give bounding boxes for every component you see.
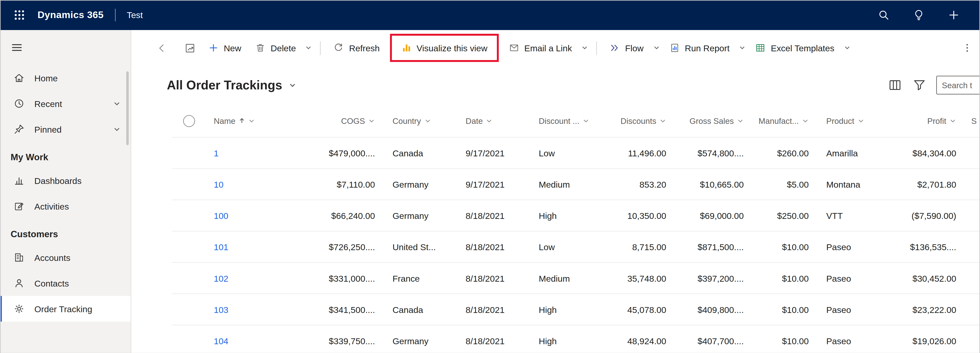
app-launcher-icon[interactable] xyxy=(9,5,30,26)
row-select-cell[interactable] xyxy=(172,326,206,353)
grid-cell: $409,800.... xyxy=(674,294,751,325)
sidebar-item-home[interactable]: Home xyxy=(0,65,130,91)
row-select-cell[interactable] xyxy=(172,200,206,231)
excel-icon xyxy=(755,43,766,53)
sidebar-item-contacts[interactable]: Contacts xyxy=(0,270,130,296)
chevron-down-icon[interactable] xyxy=(288,81,296,89)
excel-templates-button[interactable]: Excel Templates xyxy=(748,39,842,57)
column-header-profit[interactable]: Profit xyxy=(889,105,964,137)
row-select-cell[interactable] xyxy=(172,294,206,325)
pinned-icon xyxy=(13,123,25,135)
email-icon xyxy=(509,43,520,53)
column-header-discounts[interactable]: Discounts xyxy=(602,105,674,137)
app-name[interactable]: Test xyxy=(127,10,143,20)
overflow-icon[interactable] xyxy=(958,39,976,57)
visualize-highlight-wrap: Visualize this view xyxy=(394,39,495,57)
row-select-cell[interactable] xyxy=(172,232,206,262)
column-header-label: Gross Sales xyxy=(690,116,734,125)
column-header-country[interactable]: Country xyxy=(382,105,458,137)
grid-cell xyxy=(964,169,980,200)
sidebar-item-label: Order Tracking xyxy=(34,303,92,314)
run-report-button[interactable]: Run Report xyxy=(662,39,737,57)
delete-button[interactable]: Delete xyxy=(248,39,303,57)
sidebar-item-dashboards[interactable]: Dashboards xyxy=(0,168,130,193)
table-row[interactable]: 1$479,000....Canada9/17/2021Low11,496.00… xyxy=(172,137,980,169)
hamburger-icon[interactable] xyxy=(0,30,23,65)
chevron-down-icon[interactable] xyxy=(113,126,121,133)
table-row[interactable]: 103$341,500....Canada8/18/2021High45,078… xyxy=(172,294,980,326)
record-link-cell[interactable]: 101 xyxy=(206,232,291,262)
chevron-down-icon[interactable] xyxy=(303,40,315,55)
chevron-down-icon[interactable] xyxy=(579,40,591,55)
grid-cell: $10.00 xyxy=(751,232,816,262)
chevron-down-icon[interactable] xyxy=(113,100,121,107)
sidebar-item-accounts[interactable]: Accounts xyxy=(0,244,130,270)
record-link-cell[interactable]: 1 xyxy=(206,137,291,168)
sidebar-item-order-tracking[interactable]: Order Tracking xyxy=(0,296,130,321)
record-link-cell[interactable]: 100 xyxy=(206,200,291,231)
sidebar-item-recent[interactable]: Recent xyxy=(0,91,130,116)
sidebar-item-activities[interactable]: Activities xyxy=(0,193,130,219)
new-button[interactable]: New xyxy=(201,39,248,57)
chevron-down-icon[interactable] xyxy=(841,40,853,55)
table-row[interactable]: 10$7,110.00Germany9/17/2021Medium853.20$… xyxy=(172,169,980,200)
main-content: New Delete Refresh xyxy=(131,30,980,353)
refresh-icon xyxy=(333,43,344,53)
sidebar-item-pinned[interactable]: Pinned xyxy=(0,116,130,142)
column-header-s[interactable]: S xyxy=(964,105,980,137)
grid-cell: 10,350.00 xyxy=(602,200,674,231)
column-header-product[interactable]: Product xyxy=(816,105,889,137)
grid-header-row: NameCOGSCountryDateDiscount ...Discounts… xyxy=(172,105,980,138)
brand-title[interactable]: Dynamics 365 xyxy=(38,9,104,21)
grid-cell: $10.00 xyxy=(751,263,816,294)
column-header-cogs[interactable]: COGS xyxy=(291,105,383,137)
record-link-cell[interactable]: 104 xyxy=(206,326,291,353)
search-input[interactable] xyxy=(936,76,980,94)
delete-button-label: Delete xyxy=(270,43,296,53)
filter-icon[interactable] xyxy=(912,78,927,93)
record-link-cell[interactable]: 10 xyxy=(206,169,291,200)
grid-cell: Low xyxy=(531,232,602,262)
row-select-cell[interactable] xyxy=(172,137,206,168)
visualize-button-label: Visualize this view xyxy=(417,43,487,53)
select-all-cell xyxy=(172,105,206,137)
lightbulb-icon[interactable] xyxy=(912,9,925,21)
grid-cell: Paseo xyxy=(816,232,889,262)
table-row[interactable]: 100$66,240.00Germany8/18/2021High10,350.… xyxy=(172,200,980,232)
flow-button[interactable]: Flow xyxy=(603,39,650,57)
sidebar-item-label: Pinned xyxy=(34,124,62,134)
column-header-date[interactable]: Date xyxy=(458,105,531,137)
back-icon[interactable] xyxy=(151,38,172,58)
show-chart-icon[interactable] xyxy=(179,38,201,58)
chevron-down-icon[interactable] xyxy=(737,40,748,55)
row-select-cell[interactable] xyxy=(172,263,206,294)
column-header-gross-sales[interactable]: Gross Sales xyxy=(674,105,751,137)
column-header-label: Discounts xyxy=(620,116,656,125)
table-row[interactable]: 101$726,250....United St...8/18/2021Low8… xyxy=(172,232,980,263)
select-all-checkbox[interactable] xyxy=(183,115,195,127)
search-icon[interactable] xyxy=(878,9,890,21)
record-link-cell[interactable]: 103 xyxy=(206,294,291,325)
add-icon[interactable] xyxy=(948,9,960,21)
record-link-cell[interactable]: 102 xyxy=(206,263,291,294)
column-header-label: Country xyxy=(392,116,421,125)
refresh-button[interactable]: Refresh xyxy=(326,39,387,57)
flow-button-label: Flow xyxy=(625,43,644,53)
order-tracking-icon xyxy=(13,303,25,315)
sidebar-scrollbar[interactable] xyxy=(126,71,129,145)
command-bar: New Delete Refresh xyxy=(131,30,980,66)
edit-columns-icon[interactable] xyxy=(888,78,902,93)
table-row[interactable]: 104$339,750....Germany8/18/2021High48,92… xyxy=(172,326,980,353)
column-header-discount[interactable]: Discount ... xyxy=(531,105,602,137)
column-header-name[interactable]: Name xyxy=(206,105,291,137)
chevron-down-icon[interactable] xyxy=(650,40,662,55)
column-header-manufact[interactable]: Manufact... xyxy=(751,105,816,137)
view-title[interactable]: All Order Trackings xyxy=(167,78,282,92)
visualize-this-view-button[interactable]: Visualize this view xyxy=(394,39,495,57)
grid-cell: Paseo xyxy=(816,294,889,325)
row-select-cell[interactable] xyxy=(172,169,206,200)
email-a-link-button[interactable]: Email a Link xyxy=(502,39,579,57)
column-header-label: S xyxy=(971,116,977,125)
flow-icon xyxy=(609,43,620,53)
table-row[interactable]: 102$331,000....France8/18/2021Medium35,7… xyxy=(172,263,980,294)
